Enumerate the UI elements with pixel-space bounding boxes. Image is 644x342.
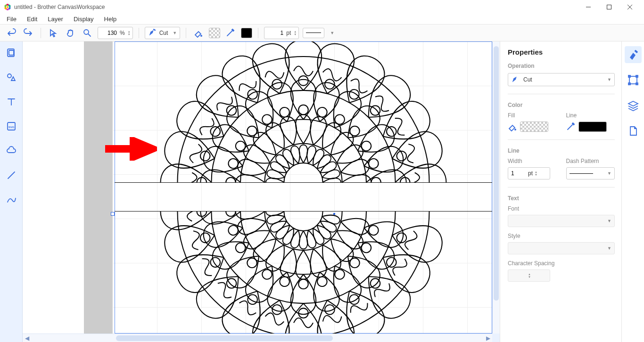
text-tool-button[interactable] — [5, 95, 18, 108]
right-tool-rail — [621, 41, 644, 342]
operation-select-panel[interactable]: Cut ▼ — [508, 73, 615, 86]
mandala-top[interactable] — [115, 41, 492, 183]
pen-icon — [148, 29, 157, 37]
line-tool-button[interactable] — [5, 169, 18, 182]
svg-point-18 — [240, 120, 366, 183]
selection-center-dot — [333, 213, 335, 215]
transform-tab-button[interactable] — [625, 72, 642, 89]
line-color-swatch[interactable] — [241, 28, 252, 38]
menu-display[interactable]: Display — [70, 15, 98, 24]
svg-point-8 — [200, 35, 202, 37]
svg-point-27 — [514, 129, 516, 130]
operation-select[interactable]: Cut ▼ — [145, 27, 181, 39]
operation-label: Cut — [159, 30, 168, 36]
cloud-tool-button[interactable] — [5, 144, 18, 157]
undo-button[interactable] — [5, 26, 18, 40]
horizontal-scroll-thumb[interactable] — [116, 335, 333, 341]
import-svg-button[interactable]: SVG — [5, 120, 18, 133]
scroll-right-button[interactable]: ▶ — [484, 335, 492, 342]
font-select: ▼ — [508, 215, 615, 227]
menu-layer[interactable]: Layer — [44, 15, 67, 24]
fill-bucket-icon[interactable] — [508, 122, 517, 131]
fill-label: Fill — [508, 112, 557, 119]
zoom-unit: % — [120, 30, 126, 36]
properties-title: Properties — [508, 48, 615, 56]
canvas-margin — [23, 41, 84, 334]
vertical-scroll-thumb[interactable] — [494, 46, 499, 301]
lw-down[interactable]: ▼ — [535, 173, 537, 176]
svg-text:SVG: SVG — [8, 126, 14, 129]
document-tab-button[interactable] — [625, 122, 642, 139]
horizontal-scrollbar[interactable]: ◀ ▶ — [23, 334, 492, 342]
style-label: Style — [508, 233, 615, 239]
dash-pattern-select[interactable] — [303, 28, 324, 38]
vertical-scrollbar[interactable] — [492, 41, 500, 334]
menu-edit[interactable]: Edit — [23, 15, 41, 24]
menu-file[interactable]: File — [3, 15, 20, 24]
char-spacing-input: ▲▼ — [508, 269, 550, 282]
chevron-down-icon: ▼ — [607, 77, 611, 82]
canvas-mat-edge — [84, 41, 112, 334]
operation-value: Cut — [523, 76, 602, 83]
style-select: ▼ — [508, 242, 615, 254]
svg-point-19 — [211, 90, 395, 182]
svg-line-6 — [88, 34, 91, 36]
redo-button[interactable] — [22, 26, 35, 40]
line-width-input[interactable] — [266, 30, 284, 36]
line-color-label: Line — [566, 112, 615, 119]
canvas-viewport[interactable]: ◀ ▶ — [23, 41, 500, 342]
artboard-tool-button[interactable] — [5, 46, 18, 59]
selection-handle-left[interactable] — [111, 212, 115, 216]
titlebar: untitled - Brother CanvasWorkspace — [0, 0, 644, 14]
pen-icon — [511, 75, 520, 84]
layers-tab-button[interactable] — [625, 97, 642, 114]
app-icon — [4, 3, 11, 11]
path-tool-button[interactable] — [5, 193, 18, 206]
width-down-spinner[interactable]: ▼ — [294, 33, 297, 36]
svg-rect-29 — [634, 50, 638, 54]
width-label: Width — [508, 158, 557, 164]
artboard[interactable] — [112, 41, 492, 334]
svg-point-22 — [284, 212, 322, 231]
svg-point-16 — [284, 163, 322, 182]
mandala-bottom[interactable] — [115, 211, 492, 342]
dash-label: Dash Pattern — [566, 158, 615, 164]
chevron-down-icon: ▼ — [607, 171, 611, 176]
window-maximize-button[interactable] — [599, 0, 619, 14]
fill-tool-button[interactable] — [192, 26, 205, 40]
line-pen-icon[interactable] — [566, 122, 576, 131]
fill-swatch-panel[interactable] — [520, 122, 548, 132]
svg-point-0 — [7, 6, 8, 8]
chevron-down-icon: ▼ — [607, 246, 611, 251]
properties-tab-button[interactable] — [625, 46, 642, 63]
zoom-tool-button[interactable] — [81, 26, 94, 40]
shapes-tool-button[interactable] — [5, 71, 18, 84]
svg-rect-7 — [153, 29, 156, 31]
text-section-label: Text — [508, 195, 615, 202]
window-title: untitled - Brother CanvasWorkspace — [14, 4, 105, 10]
window-close-button[interactable] — [619, 0, 640, 14]
cs-down: ▼ — [528, 276, 531, 278]
svg-point-24 — [240, 212, 366, 275]
zoom-down-spinner[interactable]: ▼ — [128, 33, 131, 36]
operation-section-label: Operation — [508, 63, 615, 69]
properties-panel: Properties Operation Cut ▼ Color Fill Li… — [500, 41, 621, 342]
fill-swatch[interactable] — [209, 28, 220, 38]
char-spacing-field — [510, 272, 526, 279]
char-spacing-label: Character Spacing — [508, 260, 615, 267]
menu-help[interactable]: Help — [100, 15, 121, 24]
color-section-label: Color — [508, 102, 615, 108]
svg-rect-2 — [607, 5, 611, 9]
zoom-value-input[interactable] — [100, 30, 118, 36]
line-width-input-panel[interactable] — [510, 170, 526, 177]
select-tool-button[interactable] — [47, 26, 60, 40]
line-color-tool-button[interactable] — [224, 26, 237, 40]
width-unit: pt — [528, 170, 533, 177]
svg-point-21 — [298, 105, 308, 115]
pan-tool-button[interactable] — [64, 26, 77, 40]
scroll-left-button[interactable]: ◀ — [23, 335, 31, 342]
window-minimize-button[interactable] — [578, 0, 599, 14]
line-color-swatch-panel[interactable] — [578, 122, 607, 132]
workarea: SVG — [0, 41, 644, 342]
dash-pattern-select-panel[interactable]: ▼ — [566, 167, 615, 179]
